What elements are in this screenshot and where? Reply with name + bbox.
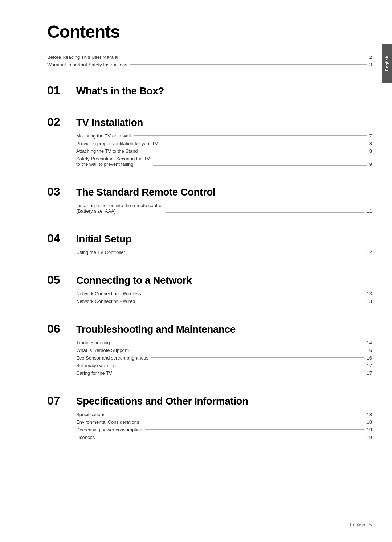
toc-dots bbox=[134, 135, 367, 136]
toc-dots bbox=[141, 151, 367, 151]
toc-entry-text: Eco Sensor and screen brightness bbox=[76, 355, 148, 361]
section-06: 06 Troubleshooting and Maintenance Troub… bbox=[47, 322, 372, 376]
toc-entry-text: Decreasing power consumption bbox=[76, 427, 142, 432]
toc-page: 7 bbox=[369, 133, 372, 139]
toc-page: 9 bbox=[369, 161, 372, 167]
toc-dots bbox=[138, 301, 364, 301]
toc-entry-text: Environmental Considerations bbox=[76, 419, 139, 425]
section-header: 04 Initial Setup bbox=[47, 232, 372, 245]
section-entries: Using the TV Controller 12 bbox=[47, 250, 372, 255]
toc-page: 14 bbox=[367, 340, 372, 345]
section-number: 04 bbox=[47, 232, 76, 245]
toc-dots bbox=[115, 373, 364, 373]
toc-entry-text: Warning! Important Safety Instructions bbox=[47, 62, 127, 67]
toc-dots bbox=[133, 350, 364, 350]
toc-page: 13 bbox=[367, 299, 372, 304]
toc-dots bbox=[121, 57, 367, 57]
toc-dots bbox=[108, 414, 364, 414]
toc-entry-text: Mounting the TV on a wall bbox=[76, 133, 131, 139]
section-header: 06 Troubleshooting and Maintenance bbox=[47, 322, 372, 336]
toc-page: 3 bbox=[369, 62, 372, 67]
toc-entry: What is Remote Support? 16 bbox=[76, 348, 372, 353]
toc-entry-text: Network Connection - Wired bbox=[76, 299, 135, 304]
section-header: 01 What's in the Box? bbox=[47, 84, 372, 97]
section-title: What's in the Box? bbox=[76, 85, 164, 97]
toc-entry: Caring for the TV 17 bbox=[76, 370, 372, 376]
toc-dots bbox=[151, 357, 364, 358]
section-number: 02 bbox=[47, 115, 76, 129]
section-entries: Mounting the TV on a wall 7 Providing pr… bbox=[47, 133, 372, 167]
section-07: 07 Specifications and Other Information … bbox=[47, 394, 372, 440]
toc-entry-multiline: Installing batteries into the remote con… bbox=[76, 203, 372, 214]
footer: English - 5 bbox=[350, 522, 372, 527]
toc-page: 12 bbox=[367, 250, 372, 255]
toc-page: 8 bbox=[369, 141, 372, 146]
toc-dots bbox=[128, 252, 364, 252]
toc-entry: Decreasing power consumption 19 bbox=[76, 427, 372, 432]
toc-page: 18 bbox=[367, 419, 372, 425]
main-content: Contents Before Reading This User Manual… bbox=[47, 22, 372, 458]
toc-entry: Still image warning 17 bbox=[76, 363, 372, 368]
side-tab: English bbox=[382, 44, 392, 83]
toc-entry: Environmental Considerations 18 bbox=[76, 419, 372, 425]
toc-entry: Using the TV Controller 12 bbox=[76, 250, 372, 255]
section-number: 07 bbox=[47, 394, 76, 407]
section-entries: Troubleshooting 14 What is Remote Suppor… bbox=[47, 340, 372, 376]
section-title: The Standard Remote Control bbox=[76, 186, 215, 198]
toc-page: 17 bbox=[367, 370, 372, 376]
section-header: 07 Specifications and Other Information bbox=[47, 394, 372, 407]
section-entries: Network Connection - Wireless 13 Network… bbox=[47, 291, 372, 304]
toc-page: 16 bbox=[367, 348, 372, 353]
toc-dots bbox=[98, 437, 364, 437]
section-header: 02 TV Installation bbox=[47, 115, 372, 129]
toc-entry-text: Troubleshooting bbox=[76, 340, 110, 345]
section-title: TV Installation bbox=[76, 117, 143, 128]
section-title: Specifications and Other Information bbox=[76, 395, 248, 407]
toc-dots bbox=[153, 165, 367, 166]
toc-page: 11 bbox=[367, 208, 372, 214]
toc-entry: Eco Sensor and screen brightness 16 bbox=[76, 355, 372, 361]
toc-dots bbox=[119, 365, 364, 365]
section-title: Initial Setup bbox=[76, 233, 131, 245]
toc-entry: Troubleshooting 14 bbox=[76, 340, 372, 345]
section-02: 02 TV Installation Mounting the TV on a … bbox=[47, 115, 372, 167]
toc-entry-multiline: Safety Precaution: Securing the TVto the… bbox=[76, 156, 372, 167]
toc-dots bbox=[144, 293, 364, 293]
section-title: Troubleshooting and Maintenance bbox=[76, 324, 236, 335]
section-number: 05 bbox=[47, 273, 76, 287]
toc-page: 8 bbox=[369, 148, 372, 154]
section-entries: Installing batteries into the remote con… bbox=[47, 203, 372, 214]
page-title: Contents bbox=[47, 22, 372, 42]
section-number: 03 bbox=[47, 185, 76, 198]
section-entries: Specifications 18 Environmental Consider… bbox=[47, 412, 372, 440]
intro-section: Before Reading This User Manual 2 Warnin… bbox=[47, 54, 372, 67]
toc-entry-text: Specifications bbox=[76, 412, 105, 417]
toc-entry: Licences 19 bbox=[76, 435, 372, 440]
sections-container: 01 What's in the Box? 02 TV Installation… bbox=[47, 84, 372, 440]
toc-entry-text: Still image warning bbox=[76, 363, 116, 368]
toc-entry: Providing proper ventilation for your TV… bbox=[76, 141, 372, 146]
toc-entry-text-block: Installing batteries into the remote con… bbox=[76, 203, 163, 214]
toc-page: 2 bbox=[369, 54, 372, 60]
section-01: 01 What's in the Box? bbox=[47, 84, 372, 97]
section-header: 03 The Standard Remote Control bbox=[47, 185, 372, 198]
section-header: 05 Connecting to a Network bbox=[47, 273, 372, 287]
toc-entry-text: Caring for the TV bbox=[76, 370, 112, 376]
toc-dots bbox=[113, 342, 364, 342]
toc-entry-text: Providing proper ventilation for your TV bbox=[76, 141, 158, 146]
section-title: Connecting to a Network bbox=[76, 275, 192, 286]
toc-entry: Mounting the TV on a wall 7 bbox=[76, 133, 372, 139]
section-04: 04 Initial Setup Using the TV Controller… bbox=[47, 232, 372, 255]
section-number: 06 bbox=[47, 322, 76, 336]
toc-page: 16 bbox=[367, 355, 372, 361]
toc-entry-text: Using the TV Controller bbox=[76, 250, 125, 255]
toc-page: 19 bbox=[367, 435, 372, 440]
toc-entry: Attaching the TV to the Stand 8 bbox=[76, 148, 372, 154]
intro-entry: Before Reading This User Manual 2 bbox=[47, 54, 372, 60]
page-container: English Contents Before Reading This Use… bbox=[0, 0, 392, 542]
toc-dots bbox=[130, 64, 367, 65]
toc-page: 19 bbox=[367, 427, 372, 432]
toc-entry-text: What is Remote Support? bbox=[76, 348, 130, 353]
section-03: 03 The Standard Remote Control Installin… bbox=[47, 185, 372, 214]
intro-entry: Warning! Important Safety Instructions 3 bbox=[47, 62, 372, 67]
